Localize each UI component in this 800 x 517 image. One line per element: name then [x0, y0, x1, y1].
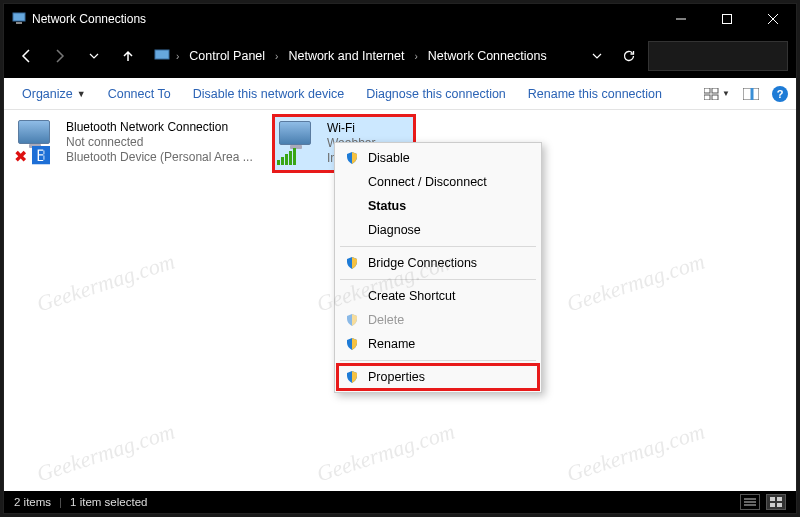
network-item-bluetooth[interactable]: ✖ 🅱 Bluetooth Network Connection Not con…	[14, 116, 264, 171]
disable-device-button[interactable]: Disable this network device	[183, 83, 354, 105]
item-device: Bluetooth Device (Personal Area ...	[66, 150, 253, 165]
item-status: Not connected	[66, 135, 253, 150]
tiles-view-button[interactable]	[766, 494, 786, 510]
svg-rect-0	[13, 13, 25, 21]
watermark: Geekermag.com	[563, 248, 708, 317]
location-icon	[154, 48, 170, 65]
search-input[interactable]	[648, 41, 788, 71]
menu-separator	[340, 279, 536, 280]
status-bar: 2 items | 1 item selected	[4, 491, 796, 513]
watermark: Geekermag.com	[33, 248, 178, 317]
bluetooth-adapter-icon: ✖ 🅱	[18, 120, 60, 162]
menu-create-shortcut[interactable]: Create Shortcut	[338, 284, 538, 308]
address-bar[interactable]: › Control Panel › Network and Internet ›…	[148, 41, 578, 71]
context-menu: Disable Connect / Disconnect Status Diag…	[334, 142, 542, 393]
refresh-button[interactable]	[616, 42, 642, 70]
diagnose-button[interactable]: Diagnose this connection	[356, 83, 516, 105]
view-options-button[interactable]: ▼	[704, 83, 730, 105]
menu-separator	[340, 360, 536, 361]
shield-icon	[344, 336, 360, 352]
chevron-right-icon: ›	[176, 51, 179, 62]
window-title: Network Connections	[32, 12, 146, 26]
preview-pane-button[interactable]	[738, 83, 764, 105]
watermark: Geekermag.com	[313, 418, 458, 487]
content-area[interactable]: ✖ 🅱 Bluetooth Network Connection Not con…	[4, 110, 796, 491]
item-title: Wi-Fi	[327, 121, 378, 136]
details-view-button[interactable]	[740, 494, 760, 510]
svg-rect-17	[777, 497, 782, 501]
svg-rect-7	[704, 88, 710, 93]
rename-button[interactable]: Rename this connection	[518, 83, 672, 105]
nav-bar: › Control Panel › Network and Internet ›…	[4, 34, 796, 78]
breadcrumb[interactable]: Network and Internet	[284, 47, 408, 65]
explorer-window: Network Connections › Control Panel › Ne…	[3, 3, 797, 514]
minimize-button[interactable]	[658, 4, 704, 34]
back-button[interactable]	[12, 42, 40, 70]
wifi-adapter-icon	[279, 121, 321, 163]
status-selected: 1 item selected	[70, 496, 147, 508]
menu-connect-disconnect[interactable]: Connect / Disconnect	[338, 170, 538, 194]
watermark: Geekermag.com	[33, 418, 178, 487]
svg-rect-3	[723, 15, 732, 24]
organize-menu[interactable]: Organize▼	[12, 83, 96, 105]
menu-delete: Delete	[338, 308, 538, 332]
menu-properties[interactable]: Properties	[338, 365, 538, 389]
shield-icon	[344, 255, 360, 271]
command-bar: Organize▼ Connect To Disable this networ…	[4, 78, 796, 110]
app-icon	[12, 11, 26, 28]
chevron-right-icon: ›	[414, 51, 417, 62]
svg-rect-16	[770, 497, 775, 501]
menu-status[interactable]: Status	[338, 194, 538, 218]
up-button[interactable]	[114, 42, 142, 70]
menu-diagnose[interactable]: Diagnose	[338, 218, 538, 242]
chevron-down-icon: ▼	[77, 89, 86, 99]
svg-rect-19	[777, 503, 782, 507]
item-title: Bluetooth Network Connection	[66, 120, 253, 135]
svg-rect-6	[155, 50, 169, 59]
menu-rename[interactable]: Rename	[338, 332, 538, 356]
connect-to-button[interactable]: Connect To	[98, 83, 181, 105]
svg-rect-18	[770, 503, 775, 507]
title-bar[interactable]: Network Connections	[4, 4, 796, 34]
menu-separator	[340, 246, 536, 247]
breadcrumb[interactable]: Control Panel	[185, 47, 269, 65]
forward-button[interactable]	[46, 42, 74, 70]
shield-icon	[344, 369, 360, 385]
help-button[interactable]: ?	[772, 86, 788, 102]
maximize-button[interactable]	[704, 4, 750, 34]
svg-rect-8	[712, 88, 718, 93]
menu-disable[interactable]: Disable	[338, 146, 538, 170]
address-dropdown[interactable]	[584, 42, 610, 70]
watermark: Geekermag.com	[563, 418, 708, 487]
breadcrumb[interactable]: Network Connections	[424, 47, 551, 65]
chevron-right-icon: ›	[275, 51, 278, 62]
svg-rect-9	[704, 95, 710, 100]
menu-bridge[interactable]: Bridge Connections	[338, 251, 538, 275]
shield-icon	[344, 312, 360, 328]
shield-icon	[344, 150, 360, 166]
recent-button[interactable]	[80, 42, 108, 70]
close-button[interactable]	[750, 4, 796, 34]
svg-rect-10	[712, 95, 718, 100]
svg-rect-1	[16, 22, 22, 24]
status-count: 2 items	[14, 496, 51, 508]
